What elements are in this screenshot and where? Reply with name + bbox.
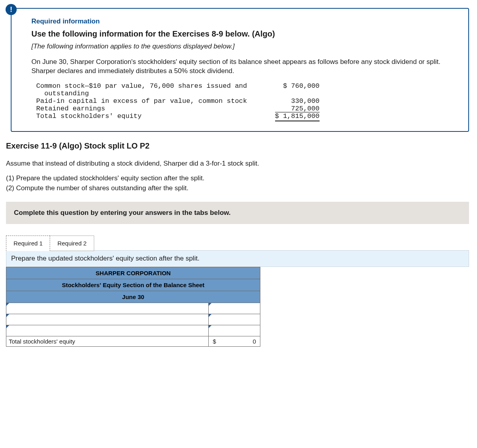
currency-symbol: $ xyxy=(213,338,216,345)
requirement-2: (2) Compute the number of shares outstan… xyxy=(6,184,469,193)
tab-panel-instruction: Prepare the updated stockholders' equity… xyxy=(6,250,469,267)
input-label-cell[interactable] xyxy=(6,325,209,336)
equity-total-value: $ 1,815,000 xyxy=(271,112,320,120)
equity-row-value: $ 760,000 xyxy=(271,82,320,97)
tab-required-2[interactable]: Required 2 xyxy=(50,236,94,251)
table-header-date: June 30 xyxy=(6,291,260,303)
equity-row-value: 330,000 xyxy=(271,97,320,105)
requirement-1: (1) Prepare the updated stockholders' eq… xyxy=(6,174,469,183)
applies-note: [The following information applies to th… xyxy=(31,42,457,50)
instruction-bar: Complete this question by entering your … xyxy=(6,202,469,224)
total-row-label: Total stockholders' equity xyxy=(6,336,209,346)
question-body: Assume that instead of distributing a st… xyxy=(6,159,469,193)
info-heading: Use the following information for the Ex… xyxy=(31,29,457,39)
equity-total-label: Total stockholders' equity xyxy=(36,112,271,120)
input-value-cell[interactable] xyxy=(209,325,260,336)
tab-required-1[interactable]: Required 1 xyxy=(6,236,50,251)
equity-row-label: Paid-in capital in excess of par value, … xyxy=(36,97,271,105)
input-value-cell[interactable] xyxy=(209,303,260,314)
required-info-label: Required information xyxy=(31,17,457,25)
equity-table: Common stock—$10 par value, 76,000 share… xyxy=(36,82,320,120)
assume-text: Assume that instead of distributing a st… xyxy=(6,159,469,168)
exercise-title: Exercise 11-9 (Algo) Stock split LO P2 xyxy=(6,141,469,151)
table-header-company: SHARPER CORPORATION xyxy=(6,267,260,279)
total-amount: 0 xyxy=(253,338,256,345)
alert-icon: ! xyxy=(6,4,17,15)
equity-row-label: Common stock—$10 par value, 76,000 share… xyxy=(36,82,271,97)
scenario-paragraph: On June 30, Sharper Corporation's stockh… xyxy=(31,58,457,76)
input-value-cell[interactable] xyxy=(209,314,260,325)
input-label-cell[interactable] xyxy=(6,303,209,314)
equity-row-value: 725,000 xyxy=(271,105,320,112)
equity-row-label: Retained earnings xyxy=(36,105,271,112)
tabs: Required 1 Required 2 xyxy=(6,235,469,251)
total-row-value: $ 0 xyxy=(209,336,260,346)
table-header-section: Stockholders' Equity Section of the Bala… xyxy=(6,279,260,291)
answer-table: SHARPER CORPORATION Stockholders' Equity… xyxy=(6,267,260,347)
required-information-block: ! Required information Use the following… xyxy=(11,8,469,132)
input-label-cell[interactable] xyxy=(6,314,209,325)
